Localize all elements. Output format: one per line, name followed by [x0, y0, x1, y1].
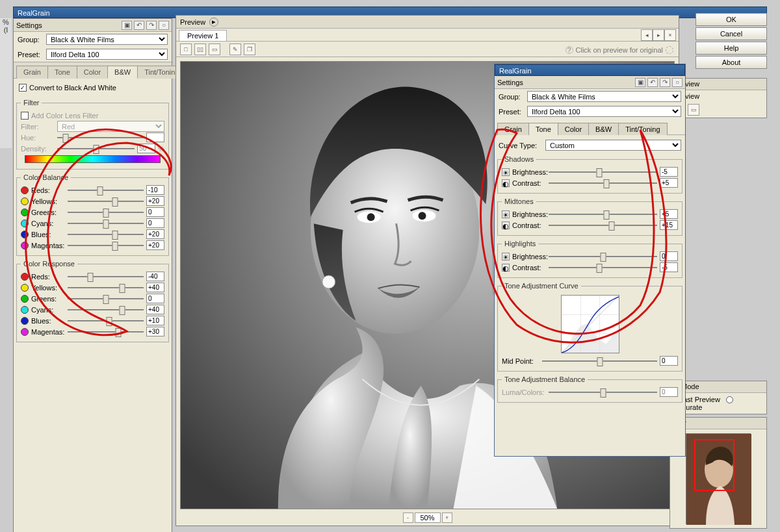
- color-balance-value[interactable]: +20: [146, 196, 164, 206]
- color-response-slider[interactable]: [68, 283, 144, 292]
- color-balance-slider[interactable]: [68, 219, 144, 228]
- tone-curve[interactable]: [561, 295, 619, 353]
- color-balance-label: Greens:: [31, 209, 65, 216]
- sub-preset-select[interactable]: Ilford Delta 100: [527, 106, 681, 117]
- new-icon[interactable]: ✎: [229, 44, 241, 55]
- color-balance-value[interactable]: -10: [146, 185, 164, 195]
- midpoint-slider[interactable]: [542, 357, 657, 366]
- hue-label: Hue:: [21, 134, 55, 142]
- color-balance-label: Magentas:: [31, 242, 65, 249]
- group-select[interactable]: Black & White Films: [46, 34, 168, 45]
- midtones-brightness-slider[interactable]: [549, 210, 657, 219]
- color-response-value[interactable]: +40: [146, 283, 164, 292]
- color-balance-value[interactable]: +20: [146, 240, 164, 250]
- sub-tab-color[interactable]: Color: [558, 123, 589, 135]
- reset-icon[interactable]: ○: [159, 21, 169, 30]
- sub-tab-grain[interactable]: Grain: [497, 123, 529, 135]
- color-response-label: Blues:: [31, 317, 65, 325]
- sub-reset-icon[interactable]: ○: [672, 78, 682, 87]
- color-balance-value[interactable]: 0: [146, 207, 164, 217]
- preview-tab-row: Preview 1 ◂ ▸ ×: [176, 29, 679, 42]
- color-balance-slider[interactable]: [68, 197, 144, 206]
- shadows-contrast-slider[interactable]: [549, 179, 657, 188]
- tab-color[interactable]: Color: [77, 66, 108, 79]
- color-response-label: Yellows:: [31, 284, 65, 292]
- color-balance-slider[interactable]: [68, 186, 144, 195]
- color-response-value[interactable]: 0: [146, 294, 164, 303]
- view-split-h-icon[interactable]: ▯▯: [194, 44, 206, 55]
- cancel-button[interactable]: Cancel: [696, 27, 767, 40]
- color-response-value[interactable]: +10: [146, 316, 164, 325]
- sub-tab-bw[interactable]: B&W: [588, 123, 619, 135]
- color-response-value[interactable]: +30: [146, 327, 164, 336]
- midtones-brightness-value[interactable]: +5: [660, 209, 678, 219]
- prev-preview-btn[interactable]: ◂: [641, 29, 653, 41]
- color-response-value[interactable]: +40: [146, 305, 164, 314]
- accurate-radio[interactable]: [726, 396, 733, 403]
- highlights-contrast-slider[interactable]: [549, 263, 657, 272]
- tab-grain[interactable]: Grain: [16, 66, 48, 79]
- hue-gradient: [25, 155, 161, 163]
- shadows-contrast-value[interactable]: +5: [660, 178, 678, 188]
- tab-tone[interactable]: Tone: [47, 66, 77, 79]
- add-color-checkbox[interactable]: [21, 112, 29, 120]
- zoom-in-button[interactable]: +: [442, 513, 452, 523]
- navigator-thumbnail[interactable]: [686, 433, 751, 524]
- hue-value: [146, 133, 164, 142]
- color-response-slider[interactable]: [68, 294, 144, 303]
- about-button[interactable]: About: [696, 56, 767, 69]
- color-response-slider[interactable]: [68, 305, 144, 314]
- preset-label: Preset:: [18, 51, 44, 58]
- curve-type-select[interactable]: Custom: [545, 140, 681, 151]
- sub-tabs: Grain Tone Color B&W Tint/Toning: [495, 120, 685, 135]
- convert-checkbox[interactable]: ✓: [19, 84, 27, 92]
- view-split-v-icon[interactable]: ▭: [209, 44, 220, 55]
- play-icon[interactable]: ▸: [209, 18, 218, 27]
- zoom-out-button[interactable]: -: [402, 513, 413, 523]
- r-layout2-icon[interactable]: ▭: [688, 104, 699, 116]
- sub-redo-icon[interactable]: ↷: [660, 78, 670, 87]
- color-response-label: Cyans:: [31, 306, 65, 314]
- color-balance-row: Yellows:+20: [21, 196, 164, 206]
- color-response-slider[interactable]: [68, 272, 144, 281]
- color-balance-label: Reds:: [31, 186, 65, 194]
- tab-bw[interactable]: B&W: [107, 66, 138, 79]
- color-balance-value[interactable]: +20: [146, 229, 164, 239]
- color-balance-value[interactable]: 0: [146, 218, 164, 228]
- color-balance-slider[interactable]: [68, 230, 144, 239]
- color-response-slider[interactable]: [68, 316, 144, 325]
- density-slider: [57, 144, 135, 153]
- close-preview-btn[interactable]: ×: [664, 29, 676, 41]
- preview-tab-1[interactable]: Preview 1: [179, 30, 227, 41]
- sub-undo-icon[interactable]: ↶: [647, 78, 658, 87]
- sub-tab-tint[interactable]: Tint/Toning: [618, 123, 667, 135]
- highlights-brightness-slider[interactable]: [549, 252, 657, 261]
- copy-icon[interactable]: ❐: [244, 44, 255, 55]
- midpoint-value[interactable]: 0: [660, 356, 678, 366]
- midtones-contrast-slider[interactable]: [549, 221, 657, 230]
- settings-header-label: Settings: [16, 21, 42, 29]
- color-response-slider[interactable]: [68, 327, 144, 336]
- sub-group-select[interactable]: Black & White Films: [527, 91, 681, 102]
- color-balance-slider[interactable]: [68, 241, 144, 250]
- view-single-icon[interactable]: □: [180, 44, 192, 55]
- ok-button[interactable]: OK: [696, 13, 767, 26]
- preset-select[interactable]: Ilford Delta 100: [46, 49, 168, 60]
- save-icon[interactable]: ▣: [122, 21, 132, 30]
- midtones-contrast-value[interactable]: +15: [660, 220, 678, 230]
- sub-save-icon[interactable]: ▣: [635, 78, 645, 87]
- highlights-brightness-value[interactable]: 0: [660, 251, 678, 261]
- color-balance-slider[interactable]: [68, 208, 144, 217]
- undo-icon[interactable]: ↶: [134, 21, 144, 30]
- navigator-viewport[interactable]: [694, 439, 734, 491]
- help-button[interactable]: Help: [696, 42, 767, 55]
- sub-dialog: RealGrain Settings ▣ ↶ ↷ ○ Group: Black …: [494, 64, 686, 457]
- redo-icon[interactable]: ↷: [146, 21, 157, 30]
- shadows-brightness-slider[interactable]: [549, 168, 657, 177]
- highlights-contrast-value[interactable]: -5: [660, 262, 678, 272]
- sub-tab-tone[interactable]: Tone: [528, 123, 558, 135]
- color-response-value[interactable]: -40: [146, 272, 164, 281]
- color-dot-icon: [21, 317, 29, 325]
- shadows-brightness-value[interactable]: -5: [660, 167, 678, 177]
- next-preview-btn[interactable]: ▸: [653, 29, 664, 41]
